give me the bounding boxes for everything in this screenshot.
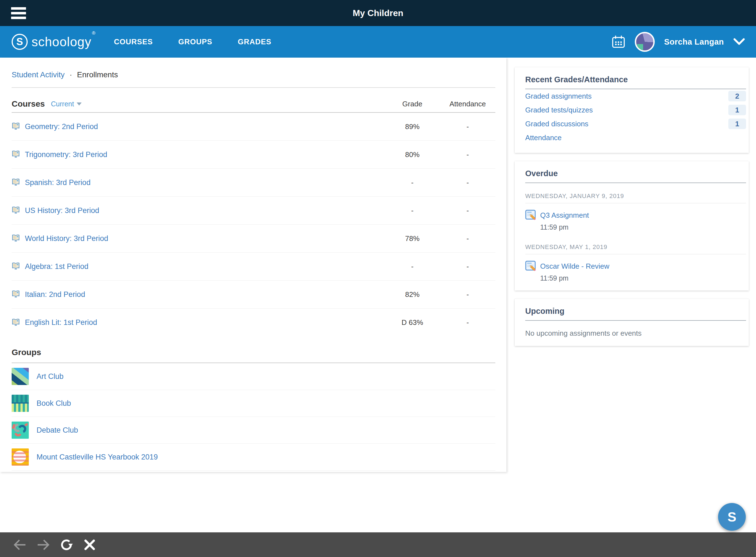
attendance-value: - (440, 262, 495, 271)
list-item: Book Club (11, 390, 495, 417)
grade-value: 78% (385, 234, 440, 243)
courses-header: Courses Current Grade Attendance (11, 88, 495, 113)
overdue-card: Overdue WEDNESDAY, JANUARY 9, 2019 Q3 As… (515, 161, 749, 291)
course-link[interactable]: US History: 3rd Period (25, 206, 99, 215)
book-icon (11, 234, 20, 243)
course-link[interactable]: Trigonometry: 3rd Period (25, 150, 107, 159)
nav-courses[interactable]: COURSES (114, 38, 153, 46)
course-link[interactable]: English Lit: 1st Period (25, 318, 97, 327)
table-row: English Lit: 1st Period D 63% - (11, 309, 495, 336)
hamburger-menu-icon[interactable] (11, 7, 26, 19)
nav-groups[interactable]: GROUPS (178, 38, 212, 46)
overdue-date: WEDNESDAY, MAY 1, 2019 (525, 243, 746, 251)
attendance-value: - (440, 234, 495, 243)
due-time: 11:59 pm (540, 274, 746, 282)
overdue-item-link[interactable]: Oscar Wilde - Review (540, 262, 609, 271)
course-link[interactable]: World History: 3rd Period (25, 234, 108, 243)
table-row: Trigonometry: 3rd Period 80% - (11, 141, 495, 169)
graded-discussions-link[interactable]: Graded discussions (525, 120, 728, 128)
table-row: Italian: 2nd Period 82% - (11, 281, 495, 309)
course-link[interactable]: Algebra: 1st Period (25, 262, 89, 271)
list-item: Oscar Wilde - Review (525, 260, 746, 272)
attendance-value: - (440, 178, 495, 187)
breadcrumb-separator: · (69, 70, 72, 79)
heading-divider (525, 320, 746, 321)
list-item: Q3 Assignment (525, 209, 746, 221)
nav-grades[interactable]: GRADES (238, 38, 272, 46)
group-link[interactable]: Debate Club (36, 426, 78, 435)
recent-grades-heading: Recent Grades/Attendance (525, 75, 746, 84)
upcoming-heading: Upcoming (525, 306, 746, 316)
book-icon (11, 150, 20, 159)
heading-divider (525, 182, 746, 183)
recent-grades-card: Recent Grades/Attendance Graded assignme… (515, 67, 749, 153)
calendar-icon[interactable] (611, 35, 625, 49)
courses-list: Geometry: 2nd Period 89% - Trigonometry:… (11, 113, 495, 336)
support-fab-button[interactable]: S (718, 503, 746, 531)
group-link[interactable]: Art Club (36, 372, 64, 381)
breadcrumb-current: Enrollments (77, 70, 118, 79)
attendance-value: - (440, 206, 495, 215)
grade-column-header: Grade (385, 100, 440, 108)
grade-value: D 63% (385, 318, 440, 327)
graded-assignments-link[interactable]: Graded assignments (525, 92, 728, 100)
page-title: My Children (0, 0, 756, 26)
table-row: US History: 3rd Period - - (11, 197, 495, 225)
avatar[interactable] (635, 32, 655, 52)
date-divider (525, 203, 746, 203)
table-row: Algebra: 1st Period - - (11, 253, 495, 281)
registered-mark: ® (92, 30, 96, 36)
course-link[interactable]: Geometry: 2nd Period (25, 122, 98, 131)
overdue-item-link[interactable]: Q3 Assignment (540, 211, 589, 219)
top-bar: My Children (0, 0, 756, 26)
course-link[interactable]: Italian: 2nd Period (25, 290, 85, 299)
overdue-date: WEDNESDAY, JANUARY 9, 2019 (525, 193, 746, 200)
list-item: Graded assignments 2 (525, 89, 746, 103)
yearbook-icon (11, 448, 29, 466)
overdue-heading: Overdue (525, 169, 746, 178)
table-row: Spanish: 3rd Period - - (11, 169, 495, 197)
attendance-value: - (440, 290, 495, 299)
art-club-icon (11, 368, 29, 385)
breadcrumb: Student Activity · Enrollments (11, 58, 495, 80)
list-item: Art Club (11, 363, 495, 390)
sidebar: Recent Grades/Attendance Graded assignme… (515, 67, 749, 354)
back-arrow-icon[interactable] (13, 539, 27, 551)
list-item: Graded discussions 1 (525, 117, 746, 131)
groups-header: Groups (11, 336, 495, 363)
grade-value: - (385, 206, 440, 215)
graded-tests-link[interactable]: Graded tests/quizzes (525, 106, 728, 114)
courses-heading: Courses (11, 99, 45, 109)
breadcrumb-student-activity-link[interactable]: Student Activity (11, 70, 64, 79)
assignment-icon (525, 209, 536, 221)
upcoming-card: Upcoming No upcoming assignments or even… (515, 299, 749, 346)
book-icon (11, 262, 20, 271)
book-icon (11, 178, 20, 187)
attendance-link[interactable]: Attendance (525, 134, 728, 142)
count-badge: 2 (728, 91, 746, 101)
user-name[interactable]: Sorcha Langan (664, 37, 724, 47)
primary-nav: COURSES GROUPS GRADES (114, 38, 272, 46)
table-row: Geometry: 2nd Period 89% - (11, 113, 495, 141)
grade-value: 80% (385, 150, 440, 159)
enrollments-panel: Student Activity · Enrollments Courses C… (0, 58, 506, 472)
chevron-down-icon[interactable] (733, 38, 745, 46)
debate-club-icon (11, 421, 29, 439)
attendance-value: - (440, 122, 495, 131)
grade-value: - (385, 262, 440, 271)
group-link[interactable]: Mount Castleville HS Yearbook 2019 (36, 453, 158, 462)
date-divider (525, 254, 746, 254)
forward-arrow-icon[interactable] (36, 539, 50, 551)
course-link[interactable]: Spanish: 3rd Period (25, 178, 91, 187)
list-item: Debate Club (11, 417, 495, 444)
reload-icon[interactable] (60, 538, 73, 552)
book-club-icon (11, 395, 29, 412)
group-link[interactable]: Book Club (36, 399, 71, 408)
list-item: Attendance (525, 131, 746, 145)
courses-filter-dropdown[interactable]: Current (51, 100, 82, 108)
close-icon[interactable] (84, 539, 96, 551)
count-badge: 1 (728, 119, 746, 129)
upcoming-empty-text: No upcoming assignments or events (525, 329, 746, 338)
attendance-value: - (440, 150, 495, 159)
schoology-logo[interactable]: S schoology® (11, 34, 95, 50)
